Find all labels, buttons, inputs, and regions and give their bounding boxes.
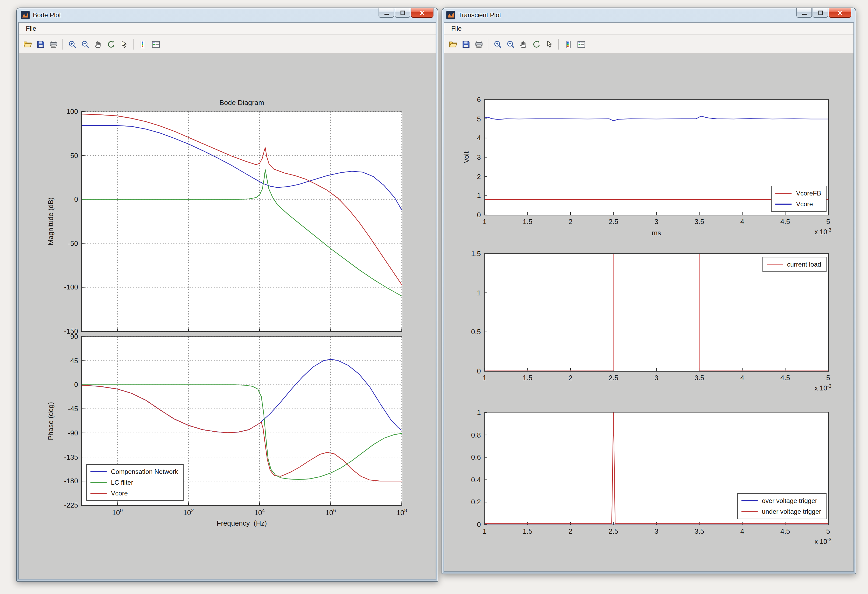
x-tick-label: 1 xyxy=(483,528,487,535)
x-tick-label: 1 xyxy=(483,218,487,225)
y-tick-label: 100 xyxy=(66,108,78,115)
x-tick-label: 3.5 xyxy=(694,218,704,225)
y-tick-label: -135 xyxy=(64,454,78,461)
maximize-button[interactable] xyxy=(395,8,410,18)
toolbar-separator xyxy=(133,39,134,50)
window-title: Transcient Plot xyxy=(458,11,851,19)
pan-button[interactable] xyxy=(517,38,529,50)
legend[interactable]: VcoreFBVcore xyxy=(771,186,827,212)
legend-icon xyxy=(151,40,160,49)
y-tick-label: 50 xyxy=(70,152,78,159)
x-tick-label: 2 xyxy=(568,218,573,225)
x-tick-label: 3 xyxy=(654,528,658,535)
legend[interactable]: current load xyxy=(762,257,827,272)
bode-magnitude-plot[interactable]: 100500-50-100-150Magnitude (dB)Bode Diag… xyxy=(81,111,402,332)
x-tick-label: 3 xyxy=(654,374,658,381)
voltage-trigger-plot[interactable]: 10.80.60.40.2011.522.533.544.55x 10-3ove… xyxy=(484,412,829,525)
zoom-in-button[interactable] xyxy=(492,38,503,50)
y-tick-label: 0.4 xyxy=(471,476,481,483)
x-tick-label: 2.5 xyxy=(608,218,618,225)
print-button[interactable] xyxy=(473,38,485,50)
open-button[interactable] xyxy=(447,38,459,50)
menu-file[interactable]: File xyxy=(446,24,466,33)
x-tick-label: 108 xyxy=(396,508,407,516)
rotate-icon xyxy=(106,40,115,49)
x-tick-label: 4 xyxy=(740,218,744,225)
legend-item: Vcore xyxy=(90,489,178,497)
caption-buttons xyxy=(378,8,434,18)
maximize-button[interactable] xyxy=(813,8,828,18)
legend-item: under voltage trigger xyxy=(741,508,821,516)
y-tick-label: -50 xyxy=(68,240,78,247)
zoom-in-icon xyxy=(493,40,502,49)
desktop: Bode Plot File 100500-50-100-150Magnitud… xyxy=(0,0,868,594)
save-button[interactable] xyxy=(460,38,472,50)
legend-label: VcoreFB xyxy=(796,189,821,197)
save-icon xyxy=(461,40,470,49)
close-button[interactable] xyxy=(411,8,434,18)
x-tick-label: 1 xyxy=(483,374,487,381)
bode-phase-plot[interactable]: 90450-45-90-135-180-225100102104106108Ph… xyxy=(81,336,402,506)
minimize-icon xyxy=(383,10,390,15)
legend-button[interactable] xyxy=(575,38,587,50)
x-tick-label: 4.5 xyxy=(780,374,790,381)
y-tick-label: 1 xyxy=(477,409,481,416)
y-tick-label: 0.2 xyxy=(471,499,481,506)
magnitude-canvas xyxy=(82,111,402,331)
y-tick-label: 0 xyxy=(477,521,481,528)
legend-label: over voltage trigger xyxy=(762,497,817,505)
y-tick-label: -225 xyxy=(64,502,78,509)
x-tick-label: 3 xyxy=(654,218,658,225)
y-tick-label: 1 xyxy=(477,289,481,296)
rotate-button[interactable] xyxy=(530,38,542,50)
x-axis-label: Frequency (Hz) xyxy=(217,519,267,527)
menu-file[interactable]: File xyxy=(21,24,41,33)
zoom-out-button[interactable] xyxy=(505,38,517,50)
toolbar-separator xyxy=(62,39,63,50)
y-tick-label: 0.8 xyxy=(471,431,481,438)
legend-label: Compensation Network xyxy=(111,468,178,476)
print-button[interactable] xyxy=(47,38,59,50)
legend-label: Vcore xyxy=(111,489,128,497)
pan-button[interactable] xyxy=(92,38,104,50)
figure-client: File 100500-50-100-150Magnitude (dB)Bode… xyxy=(18,22,436,579)
y-tick-label: 90 xyxy=(70,333,78,340)
legend-button[interactable] xyxy=(150,38,162,50)
colorbar-button[interactable] xyxy=(562,38,574,50)
save-button[interactable] xyxy=(34,38,46,50)
maximize-icon xyxy=(817,10,824,15)
minimize-button[interactable] xyxy=(379,8,394,18)
minimize-button[interactable] xyxy=(796,8,812,18)
save-icon xyxy=(36,40,45,49)
open-button[interactable] xyxy=(22,38,33,50)
legend-item: Vcore xyxy=(776,200,821,208)
datacursor-button[interactable] xyxy=(543,38,555,50)
series-lc-filter xyxy=(82,169,402,296)
colorbar-button[interactable] xyxy=(137,38,149,50)
datacursor-button[interactable] xyxy=(118,38,130,50)
datacursor-icon xyxy=(545,40,554,49)
legend-label: current load xyxy=(787,261,821,268)
x-axis-label: ms xyxy=(652,229,661,237)
vcore-voltage-plot[interactable]: 654321011.522.533.544.55Voltmsx 10-3Vcor… xyxy=(484,99,829,216)
titlebar[interactable]: Transcient Plot xyxy=(442,8,856,22)
y-tick-label: 0 xyxy=(74,196,78,203)
legend[interactable]: over voltage triggerunder voltage trigge… xyxy=(737,493,827,519)
zoom-out-button[interactable] xyxy=(79,38,91,50)
zoom-in-icon xyxy=(68,40,77,49)
x-tick-label: 3.5 xyxy=(694,528,704,535)
x-tick-label: 100 xyxy=(112,508,123,516)
zoom-in-button[interactable] xyxy=(66,38,78,50)
zoom-out-icon xyxy=(81,40,90,49)
y-tick-label: 2 xyxy=(477,173,481,180)
current-load-plot[interactable]: 1.510.5011.522.533.544.55x 10-3current l… xyxy=(484,253,829,372)
y-tick-label: 1 xyxy=(477,192,481,199)
close-button[interactable] xyxy=(829,8,851,18)
datacursor-icon xyxy=(119,40,128,49)
pan-icon xyxy=(93,40,103,49)
legend[interactable]: Compensation NetworkLC filterVcore xyxy=(86,464,183,501)
titlebar[interactable]: Bode Plot xyxy=(17,8,438,22)
plot-title: Bode Diagram xyxy=(219,99,264,106)
rotate-button[interactable] xyxy=(105,38,117,50)
legend-icon xyxy=(576,40,586,49)
